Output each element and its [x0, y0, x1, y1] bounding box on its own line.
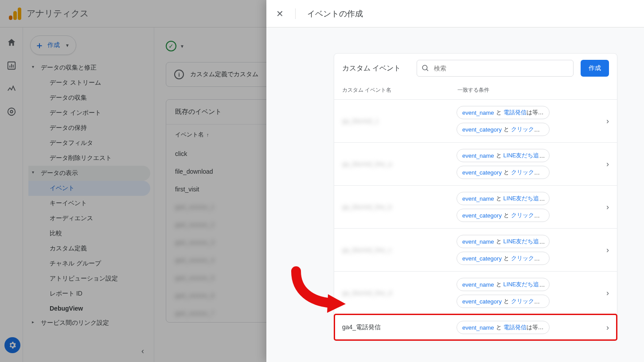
- condition-chip: event_name と LINE友だち追…: [457, 235, 550, 248]
- condition-chip: event_name と LINE友だち追…: [457, 149, 550, 162]
- panel-search-input[interactable]: [429, 65, 569, 72]
- custom-event-row[interactable]: ga_blurred_1event_name と 電話発信 は等…event_c…: [334, 99, 617, 142]
- custom-event-name: ga_blurred_1: [342, 117, 457, 125]
- condition-chip: event_category と クリック …: [457, 295, 550, 308]
- condition-chip: event_name と LINE友だち追…: [457, 278, 550, 291]
- search-icon: [422, 64, 429, 72]
- chevron-right-icon[interactable]: ›: [603, 117, 609, 126]
- create-event-drawer: ✕ イベントの作成 カスタム イベント 作成 カスタム イベント名 一致する条件…: [266, 0, 644, 362]
- conditions: event_name と LINE友だち追…event_category と ク…: [457, 235, 603, 265]
- custom-event-name: ga_blurred_line_d: [342, 289, 457, 296]
- custom-event-name: ga_blurred_line_c: [342, 246, 457, 253]
- drawer-title: イベントの作成: [295, 8, 363, 19]
- custom-event-name: ga_blurred_line_a: [342, 160, 457, 167]
- condition-chip: event_category と クリック …: [457, 166, 550, 179]
- chevron-right-icon[interactable]: ›: [603, 288, 609, 298]
- conditions: event_name と LINE友だち追…event_category と ク…: [457, 149, 603, 179]
- svg-line-9: [427, 69, 429, 71]
- conditions: event_name と 電話発信 は等…: [457, 321, 603, 334]
- panel-rows: ga_blurred_1event_name と 電話発信 は等…event_c…: [334, 99, 617, 340]
- close-icon[interactable]: ✕: [276, 8, 284, 19]
- panel-search[interactable]: [417, 60, 574, 77]
- custom-event-name: ga_blurred_line_b: [342, 203, 457, 210]
- condition-chip: event_category と クリック …: [457, 252, 550, 265]
- drawer-body: カスタム イベント 作成 カスタム イベント名 一致する条件 ga_blurre…: [266, 27, 644, 362]
- chevron-right-icon[interactable]: ›: [603, 160, 609, 169]
- conditions: event_name と LINE友だち追…event_category と ク…: [457, 192, 603, 222]
- panel-title: カスタム イベント: [342, 64, 401, 73]
- conditions: event_name と 電話発信 は等…event_category と クリ…: [457, 106, 603, 136]
- panel-header: カスタム イベント 作成: [334, 54, 617, 83]
- conditions: event_name と LINE友だち追…event_category と ク…: [457, 278, 603, 308]
- condition-chip: event_name と 電話発信 は等…: [457, 106, 550, 119]
- col-matching-conditions: 一致する条件: [457, 86, 489, 94]
- custom-event-row[interactable]: ga_blurred_line_bevent_name と LINE友だち追…e…: [334, 185, 617, 228]
- condition-chip: event_category と クリック …: [457, 123, 550, 136]
- custom-events-panel: カスタム イベント 作成 カスタム イベント名 一致する条件 ga_blurre…: [334, 53, 617, 341]
- condition-chip: event_name と LINE友だち追…: [457, 192, 550, 205]
- panel-columns: カスタム イベント名 一致する条件: [334, 83, 617, 99]
- svg-point-8: [423, 65, 428, 70]
- custom-event-row[interactable]: ga_blurred_line_aevent_name と LINE友だち追…e…: [334, 142, 617, 185]
- custom-event-row-highlighted[interactable]: ga4_電話発信event_name と 電話発信 は等…›: [334, 314, 617, 340]
- chevron-right-icon[interactable]: ›: [603, 202, 609, 212]
- drawer-header: ✕ イベントの作成: [266, 0, 644, 27]
- condition-chip: event_category と クリック …: [457, 209, 550, 222]
- custom-event-row[interactable]: ga_blurred_line_cevent_name と LINE友だち追…e…: [334, 228, 617, 271]
- col-custom-event-name: カスタム イベント名: [342, 86, 457, 94]
- chevron-right-icon[interactable]: ›: [603, 245, 609, 255]
- custom-event-row[interactable]: ga_blurred_line_devent_name と LINE友だち追…e…: [334, 271, 617, 314]
- condition-chip: event_name と 電話発信 は等…: [457, 321, 550, 334]
- create-event-button[interactable]: 作成: [581, 60, 609, 77]
- custom-event-name: ga4_電話発信: [342, 323, 457, 331]
- chevron-right-icon[interactable]: ›: [603, 323, 609, 332]
